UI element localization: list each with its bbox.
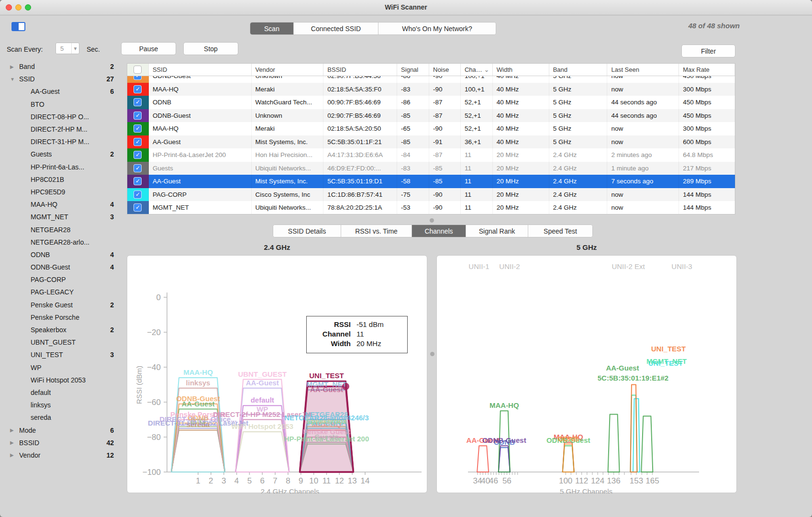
column-header-width[interactable]: Width	[493, 64, 549, 76]
table-row[interactable]: ✓HP-Print-6a-LaserJet 200Hon Hai Precisi…	[127, 148, 735, 162]
sidebar-item-direct-31-hp-m-[interactable]: DIRECT-31-HP M...	[0, 135, 125, 148]
cell-channel: 52,+1	[461, 109, 493, 123]
network-shape-sereda[interactable]	[171, 430, 225, 472]
sidebar-item-mode[interactable]: ▶Mode6	[0, 424, 125, 436]
disclosure-triangle-icon[interactable]: ▶	[10, 427, 16, 433]
splitter-handle-charts[interactable]	[430, 352, 434, 356]
column-header-last-seen[interactable]: Last Seen	[607, 64, 679, 76]
row-checkbox[interactable]: ✓	[133, 191, 142, 199]
channels-chart-24ghz[interactable]: 0−20−40−60−80−100RSSI (dBm)1234567891011…	[127, 255, 427, 493]
table-row[interactable]: ✓PAG-CORPCisco Systems, Inc1C:1D:86:B7:5…	[127, 188, 735, 202]
network-shape-aa-guest[interactable]	[477, 446, 489, 472]
tab-scan[interactable]: Scan	[250, 22, 294, 34]
detail-tab-channels[interactable]: Channels	[412, 225, 466, 237]
row-checkbox[interactable]: ✓	[133, 138, 142, 146]
table-row[interactable]: ✓MAA-HQMeraki02:18:5A:5A:35:F0-83-90100,…	[127, 83, 735, 96]
sidebar-item-bssid[interactable]: ▶BSSID42	[0, 437, 125, 449]
sidebar-item-penske-porsche[interactable]: Penske Porsche	[0, 311, 125, 324]
sidebar-item-netgear28-arlo-[interactable]: NETGEAR28-arlo...	[0, 236, 125, 248]
column-header-noise[interactable]: Noise	[429, 64, 461, 76]
table-row[interactable]: ✓MGMT_NETUbiquiti Networks...78:8A:20:2D…	[127, 201, 735, 214]
sidebar-item-direct-2f-hp-m-[interactable]: DIRECT-2f-HP M...	[0, 123, 125, 135]
sidebar-item-aa-guest[interactable]: AA-Guest6	[0, 85, 125, 98]
stop-button[interactable]: Stop	[183, 42, 238, 55]
column-header-vendor[interactable]: Vendor	[252, 64, 324, 76]
table-row[interactable]: ✓AA-GuestMist Systems, Inc.5C:5B:35:01:1…	[127, 135, 735, 149]
row-checkbox[interactable]: ✓	[133, 164, 142, 172]
network-shape-odnb-guest[interactable]	[499, 446, 510, 472]
select-all-checkbox[interactable]	[133, 66, 142, 74]
column-header-bssid[interactable]: BSSID	[323, 64, 397, 76]
column-header-signal[interactable]: Signal	[397, 64, 429, 76]
row-checkbox[interactable]: ✓	[133, 203, 142, 212]
table-row[interactable]: ✓ODNB-GuestUnknown02:90:7F:B5:46:69-85-8…	[127, 109, 735, 123]
detail-tab-rssi-vs-time[interactable]: RSSI vs. Time	[341, 225, 412, 237]
sidebar-item-odnb[interactable]: ODNB4	[0, 248, 125, 261]
sidebar-item-uni-test[interactable]: UNI_TEST3	[0, 348, 125, 361]
sidebar-item-pag-corp[interactable]: PAG-CORP	[0, 273, 125, 286]
sidebar-item-vendor[interactable]: ▶Vendor12	[0, 449, 125, 461]
sidebar-item-wp[interactable]: WP	[0, 361, 125, 374]
sidebar-item-linksys[interactable]: linksys	[0, 399, 125, 411]
sidebar-item-hp8c021b[interactable]: HP8C021B	[0, 173, 125, 186]
table-row[interactable]: ✓AA-GuestMist Systems, Inc.5C:5B:35:01:1…	[127, 175, 735, 188]
scan-interval-select[interactable]: 5 ▼	[56, 43, 79, 54]
network-shape-bto[interactable]	[171, 427, 225, 472]
network-shape-aa-guest[interactable]	[608, 415, 620, 472]
sidebar-item-maa-hq[interactable]: MAA-HQ4	[0, 198, 125, 211]
sidebar-item-odnb-guest[interactable]: ODNB-Guest4	[0, 261, 125, 273]
sidebar-item-ubnt-guest[interactable]: UBNT_GUEST	[0, 336, 125, 348]
row-checkbox[interactable]: ✓	[133, 151, 142, 159]
table-row[interactable]: ✓ODNBWatchGuard Tech...00:90:7F:B5:46:69…	[127, 96, 735, 109]
sidebar-item-hpc9e5d9[interactable]: HPC9E5D9	[0, 186, 125, 198]
column-header-checkbox[interactable]	[127, 64, 149, 76]
sidebar-item-speakerbox[interactable]: Speakerbox2	[0, 324, 125, 336]
row-checkbox[interactable]: ✓	[133, 98, 142, 106]
pause-button[interactable]: Pause	[121, 42, 176, 55]
table-row[interactable]: ✓MAA-HQMeraki02:18:5A:5A:20:50-65-9052,+…	[127, 122, 735, 135]
sidebar-item-netgear28[interactable]: NETGEAR28	[0, 223, 125, 236]
sidebar-item-penske-guest[interactable]: Penske Guest2	[0, 299, 125, 311]
column-header-max-rate[interactable]: Max Rate	[679, 64, 735, 76]
network-shape-wifi-hotspot-2053[interactable]	[235, 432, 289, 472]
column-header-band[interactable]: Band	[549, 64, 608, 76]
disclosure-triangle-icon[interactable]: ▶	[10, 452, 16, 458]
table-row[interactable]: ✓GuestsUbiquiti Networks...46:D9:E7:FD:0…	[127, 162, 735, 175]
column-header-ssid[interactable]: SSID	[149, 64, 252, 76]
row-checkbox[interactable]: ✓	[133, 112, 142, 120]
row-checkbox[interactable]: ✓	[133, 85, 142, 93]
network-shape-direct-31-hp-m252-laserjet[interactable]	[171, 428, 225, 472]
disclosure-triangle-icon[interactable]: ▶	[10, 64, 16, 69]
sidebar-item-sereda[interactable]: sereda	[0, 411, 125, 424]
row-checkbox[interactable]: ✓	[133, 76, 142, 80]
channels-chart-5ghz[interactable]: UNII-1UNII-2UNII-2 ExtUNII-3344046561001…	[436, 255, 737, 493]
detail-tab-speed-test[interactable]: Speed Test	[528, 225, 592, 237]
detail-tab-signal-rank[interactable]: Signal Rank	[466, 225, 528, 237]
sidebar-item-wifi-hotspot-2053[interactable]: WiFi Hotspot 2053	[0, 374, 125, 386]
network-shape-aa-guest[interactable]	[641, 416, 653, 472]
filter-button[interactable]: Filter	[681, 45, 735, 57]
table-row[interactable]: ✓ODNB-GuestUnknown02:90:7F:B5:44:56-86-9…	[127, 76, 735, 83]
sidebar-toggle-icon[interactable]	[11, 22, 25, 31]
sidebar-item-default[interactable]: default	[0, 386, 125, 399]
tab-connected-ssid[interactable]: Connected SSID	[294, 22, 378, 34]
disclosure-triangle-icon[interactable]: ▼	[10, 77, 16, 82]
sidebar-item-label: ODNB-Guest	[31, 263, 108, 271]
disclosure-triangle-icon[interactable]: ▶	[10, 440, 16, 445]
sidebar-item-hp-print-6a-las-[interactable]: HP-Print-6a-Las...	[0, 161, 125, 173]
sidebar-item-band[interactable]: ▶Band2	[0, 60, 125, 73]
network-shape-direct-08-hp-office-[interactable]	[171, 425, 225, 472]
tab-who-s-on-my-network-[interactable]: Who's On My Network?	[378, 22, 496, 34]
sidebar-item-bto[interactable]: BTO	[0, 98, 125, 111]
row-checkbox[interactable]: ✓	[133, 124, 142, 133]
splitter-handle-top[interactable]	[430, 218, 434, 223]
row-checkbox[interactable]: ✓	[133, 177, 142, 185]
sidebar-item-ssid[interactable]: ▼SSID27	[0, 73, 125, 85]
column-header-cha-[interactable]: Cha… ⌄	[461, 64, 493, 76]
sidebar-item-mgmt-net[interactable]: MGMT_NET3	[0, 211, 125, 223]
network-shape-odnb[interactable]	[563, 444, 574, 472]
sidebar-item-guests[interactable]: Guests2	[0, 148, 125, 160]
sidebar-item-pag-legacy[interactable]: PAG-LEGACY	[0, 286, 125, 298]
sidebar-item-direct-08-hp-o-[interactable]: DIRECT-08-HP O...	[0, 111, 125, 123]
detail-tab-ssid-details[interactable]: SSID Details	[273, 225, 341, 237]
